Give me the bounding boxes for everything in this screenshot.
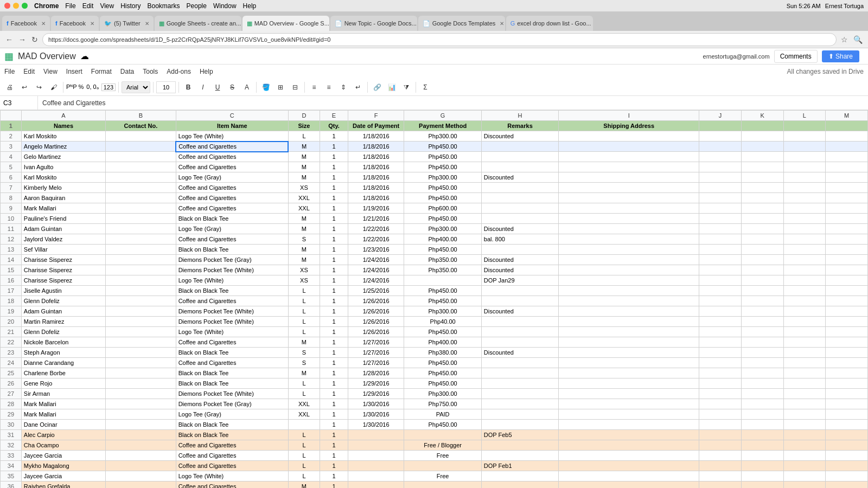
table-cell[interactable]: Discounted [481,265,558,275]
table-cell[interactable]: Coffee and Cigarettes [176,152,288,162]
table-cell[interactable] [106,306,176,317]
table-cell[interactable] [826,275,868,286]
table-cell[interactable] [699,306,742,317]
table-cell[interactable]: 1/30/2016 [348,420,404,430]
table-cell[interactable]: 1 [320,420,348,430]
url-input[interactable]: https://docs.google.com/spreadsheets/d/1… [42,33,837,46]
table-cell[interactable]: Logo Tee (White) [176,327,288,337]
table-cell[interactable] [106,193,176,203]
table-cell[interactable] [481,471,558,481]
table-cell[interactable] [783,286,826,296]
table-cell[interactable]: Sir Arman [21,389,105,399]
header-cell[interactable]: Qty. [320,121,348,131]
table-cell[interactable]: Adam Guintan [21,306,105,317]
table-cell[interactable] [699,142,742,152]
filter-button[interactable]: ⧩ [400,81,413,94]
table-cell[interactable] [741,399,783,409]
back-button[interactable]: ← [4,34,14,45]
table-cell[interactable]: Charisse Sisperez [21,255,105,265]
table-cell[interactable] [699,378,742,389]
table-row[interactable]: 26Gene RojoBlack on Black TeeL11/29/2016… [1,378,868,389]
table-cell[interactable] [783,234,826,245]
table-cell[interactable]: 1 [320,378,348,389]
table-cell[interactable]: Coffee and Cigarettes [176,481,288,489]
table-cell[interactable] [826,399,868,409]
col-header-L[interactable]: L [783,111,826,121]
table-cell[interactable] [699,255,742,265]
table-cell[interactable]: Php450.00 [404,214,481,224]
table-row[interactable]: 29Mark MallariLogo Tee (Gray)XXL11/30/20… [1,409,868,420]
table-cell[interactable] [106,378,176,389]
table-cell[interactable]: Diemons Pocket Tee (White) [176,389,288,399]
table-cell[interactable] [741,245,783,255]
table-cell[interactable] [106,471,176,481]
table-cell[interactable] [559,471,699,481]
col-header-F[interactable]: F [348,111,404,121]
table-cell[interactable] [783,131,826,142]
table-cell[interactable]: DOP Feb1 [481,461,558,471]
table-cell[interactable] [559,162,699,172]
table-cell[interactable]: M [288,152,320,162]
table-cell[interactable] [348,461,404,471]
table-cell[interactable] [783,348,826,358]
table-cell[interactable] [559,327,699,337]
borders-button[interactable]: ⊞ [274,81,287,94]
table-cell[interactable] [559,420,699,430]
table-cell[interactable] [699,337,742,348]
table-cell[interactable]: Php450.00 [404,327,481,337]
header-cell[interactable]: Item Name [176,121,288,131]
table-cell[interactable]: 1/26/2016 [348,317,404,327]
table-cell[interactable] [348,471,404,481]
table-cell[interactable] [741,183,783,193]
table-row[interactable]: 21Glenn DofelizLogo Tee (White)L11/26/20… [1,327,868,337]
table-cell[interactable] [559,481,699,489]
header-cell[interactable] [783,121,826,131]
table-cell[interactable] [699,162,742,172]
chart-button[interactable]: 📊 [385,81,398,94]
table-cell[interactable] [699,440,742,451]
table-cell[interactable] [826,481,868,489]
table-cell[interactable]: Logo Tee (Gray) [176,172,288,183]
menu-file[interactable]: File [4,68,15,75]
table-cell[interactable] [481,378,558,389]
table-cell[interactable]: 1/18/2016 [348,172,404,183]
underline-button[interactable]: U [211,81,224,94]
table-cell[interactable] [481,183,558,193]
table-cell[interactable] [348,481,404,489]
table-cell[interactable]: Php40.00 [404,317,481,327]
table-cell[interactable] [741,255,783,265]
table-cell[interactable]: 1 [320,430,348,440]
table-cell[interactable]: 1 [320,317,348,327]
table-cell[interactable] [783,255,826,265]
table-cell[interactable]: 1 [320,286,348,296]
col-header-G[interactable]: G [404,111,481,121]
table-cell[interactable] [783,471,826,481]
table-row[interactable]: 3Angelo MartinezCoffee and CigarettesM11… [1,142,868,152]
table-row[interactable]: 27Sir ArmanDiemons Pocket Tee (White)L11… [1,389,868,399]
table-cell[interactable]: Php300.00 [404,224,481,234]
table-cell[interactable] [741,348,783,358]
table-cell[interactable] [741,296,783,306]
table-cell[interactable] [826,286,868,296]
table-cell[interactable] [783,451,826,461]
table-cell[interactable]: Mark Mallari [21,399,105,409]
table-cell[interactable]: Diemons Pocket Tee (Gray) [176,399,288,409]
undo-button[interactable]: ↩ [18,81,31,94]
table-cell[interactable] [783,224,826,234]
table-cell[interactable] [481,296,558,306]
header-cell[interactable]: Shipping Address [559,121,699,131]
table-cell[interactable] [826,265,868,275]
table-cell[interactable]: Coffee and Cigarettes [176,461,288,471]
table-cell[interactable] [699,389,742,399]
tab-google-docs-new[interactable]: 📄 New Topic - Google Docs... ✕ [330,16,417,31]
table-cell[interactable] [559,286,699,296]
table-cell[interactable] [559,368,699,378]
table-cell[interactable]: 1/29/2016 [348,389,404,399]
table-cell[interactable] [699,358,742,368]
table-cell[interactable]: XXL [288,409,320,420]
table-cell[interactable]: 1/28/2016 [348,368,404,378]
table-cell[interactable] [106,337,176,348]
table-cell[interactable]: Free [404,471,481,481]
table-cell[interactable]: Charisse Sisperez [21,275,105,286]
wrap-button[interactable]: ↵ [352,81,365,94]
